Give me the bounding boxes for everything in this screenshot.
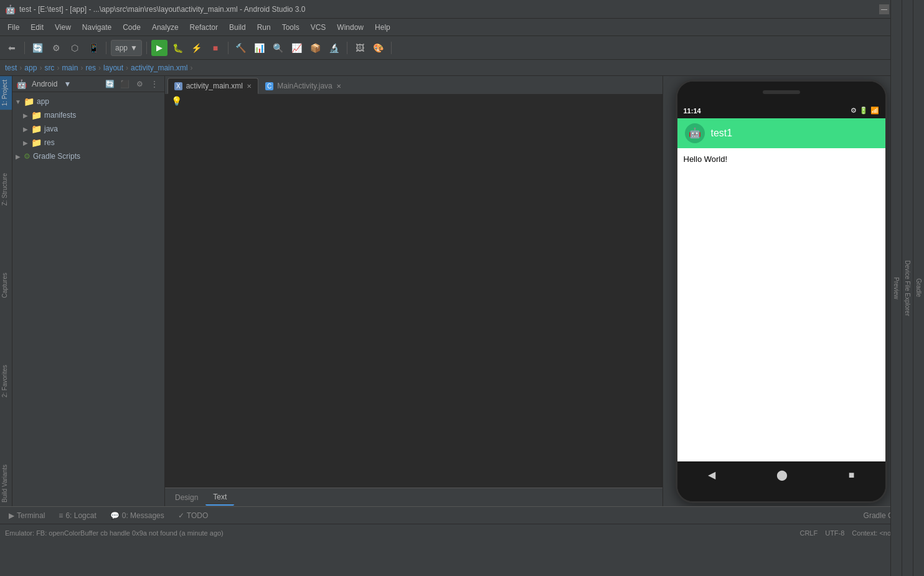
app-dropdown[interactable]: app ▼ [111,40,142,56]
device-file-explorer-tab[interactable]: Device File Explorer [902,76,913,506]
rebuild-button[interactable]: 🔨 [233,40,249,56]
hello-world-text: Hello World! [684,154,728,164]
menu-file[interactable]: File [2,21,24,34]
tree-arrow-manifests: ▶ [22,112,29,119]
xml-file-icon: X [174,82,182,90]
editor-bottom-tabs: Design Text [165,488,662,506]
preview-label: Preview [893,277,900,300]
breadcrumb-src[interactable]: src [44,64,54,72]
favorites-panel-tab[interactable]: 2: Favorites [0,361,12,401]
java-file-icon: C [265,82,273,90]
sidebar-header: 🤖 Android ▼ 🔄 ⬛ ⚙ ⋮ [12,76,164,92]
editor-content: 💡 C ▼ [165,95,662,488]
menu-analyze[interactable]: Analyze [147,21,184,34]
left-strip: 1: Project Z: Structure Captures 2: Favo… [0,76,12,506]
settings-button[interactable]: ⚙ [48,40,64,56]
todo-icon: ✓ [178,511,184,520]
debug-button[interactable]: 🐛 [170,40,186,56]
sdk-manager-button[interactable]: ⬡ [67,40,83,56]
back-nav-btn[interactable]: ◀ [708,469,715,481]
messages-tab[interactable]: 💬 0: Messages [104,508,171,523]
breadcrumb-app[interactable]: app [24,64,37,72]
sidebar-settings-btn[interactable]: ⚙ [133,78,146,90]
lint-button[interactable]: 🔍 [270,40,286,56]
tab-activity-main-label: activity_main.xml [186,82,243,90]
tree-manifests-label: manifests [44,111,76,120]
sync-button[interactable]: 🔄 [29,40,45,56]
hint-bulb-icon[interactable]: 💡 [171,96,182,106]
tab-activity-main-xml[interactable]: X activity_main.xml ✕ [167,78,258,94]
tab-activity-main-close[interactable]: ✕ [247,83,252,90]
sidebar-android-label: Android [32,80,59,88]
run-button[interactable]: ▶ [151,40,167,56]
tree-manifests[interactable]: ▶ 📁 manifests [12,108,164,122]
profiler-button[interactable]: 📈 [289,40,305,56]
signal-icon: 📶 [870,106,879,115]
breadcrumb-res[interactable]: res [85,64,96,72]
structure-panel-tab[interactable]: Z: Structure [0,169,12,209]
recent-nav-btn[interactable]: ■ [849,470,855,481]
breadcrumb-activity-main[interactable]: activity_main.xml [131,64,187,72]
menu-navigate[interactable]: Navigate [77,21,116,34]
menu-vcs[interactable]: VCS [306,21,331,34]
back-button[interactable]: ⬅ [4,40,20,56]
text-tab[interactable]: Text [205,489,234,506]
status-line-sep[interactable]: CRLF [799,529,818,537]
preview-tab[interactable]: Preview [890,76,902,506]
gradle-panel-tab[interactable]: Gradle [913,76,924,506]
tree-gradle[interactable]: ▶ ⚙ Gradle Scripts [12,149,164,163]
tree-java[interactable]: ▶ 📁 java [12,122,164,136]
settings-icon: ⚙ [851,106,857,115]
status-encoding[interactable]: UTF-8 [825,529,844,537]
menu-tools[interactable]: Tools [277,21,304,34]
tab-mainactivity-java[interactable]: C MainActivity.java ✕ [258,78,348,94]
build-variants-panel-tab[interactable]: Build Variants [0,461,12,506]
layout-inspector-button[interactable]: 🖼 [352,40,368,56]
generate-apk-button[interactable]: 📦 [308,40,324,56]
toolbar: ⬅ 🔄 ⚙ ⬡ 📱 app ▼ ▶ 🐛 ⚡ ■ 🔨 📊 🔍 📈 📦 🔬 🖼 🎨 … [0,36,924,60]
menu-bar: File Edit View Navigate Code Analyze Ref… [0,19,924,36]
captures-panel-tab[interactable]: Captures [0,269,12,302]
toolbar-sep-1 [24,42,25,54]
breadcrumb-layout[interactable]: layout [103,64,123,72]
apk-analyzer-button[interactable]: 🔬 [326,40,342,56]
home-nav-btn[interactable]: ⬤ [776,469,788,481]
gradle-label: Gradle [915,278,922,297]
logcat-tab[interactable]: ≡ 6: Logcat [52,508,102,523]
tab-mainactivity-close[interactable]: ✕ [336,83,341,90]
tree-app[interactable]: ▼ 📁 app [12,95,164,108]
menu-build[interactable]: Build [224,21,251,34]
breadcrumb-test[interactable]: test [5,64,17,72]
theme-editor-button[interactable]: 🎨 [370,40,387,56]
design-tab[interactable]: Design [167,489,205,506]
menu-refactor[interactable]: Refactor [185,21,223,34]
minimize-button[interactable]: — [879,4,889,14]
sidebar-gear-btn[interactable]: ⋮ [148,78,161,90]
breadcrumb: test › app › src › main › res › layout ›… [0,60,924,76]
terminal-icon: ▶ [9,511,14,520]
todo-tab[interactable]: ✓ TODO [172,508,214,523]
sidebar-sync-btn[interactable]: 🔄 [103,78,116,90]
toolbar-sep-4 [228,42,229,54]
bottom-panels: ▶ Terminal ≡ 6: Logcat 💬 0: Messages ✓ T… [0,506,924,524]
device-file-explorer-label: Device File Explorer [904,260,911,316]
menu-window[interactable]: Window [332,21,369,34]
profile-button[interactable]: ⚡ [189,40,205,56]
res-folder-icon: 📁 [31,138,42,148]
menu-code[interactable]: Code [118,21,146,34]
sidebar-collapse-btn[interactable]: ⬛ [118,78,131,90]
avd-button[interactable]: 📱 [85,40,101,56]
stop-button[interactable]: ■ [207,40,224,56]
menu-edit[interactable]: Edit [26,21,49,34]
terminal-tab[interactable]: ▶ Terminal [2,508,51,523]
project-panel-tab[interactable]: 1: Project [0,76,12,110]
menu-run[interactable]: Run [252,21,276,34]
phone-speaker [763,90,800,94]
coverage-button[interactable]: 📊 [252,40,268,56]
menu-view[interactable]: View [50,21,76,34]
tree-res[interactable]: ▶ 📁 res [12,136,164,149]
menu-help[interactable]: Help [370,21,395,34]
breadcrumb-main[interactable]: main [62,64,78,72]
content-wrapper: test › app › src › main › res › layout ›… [0,60,924,541]
phone-preview: 11:14 ⚙ 🔋 📶 🤖 test1 H [662,76,899,506]
